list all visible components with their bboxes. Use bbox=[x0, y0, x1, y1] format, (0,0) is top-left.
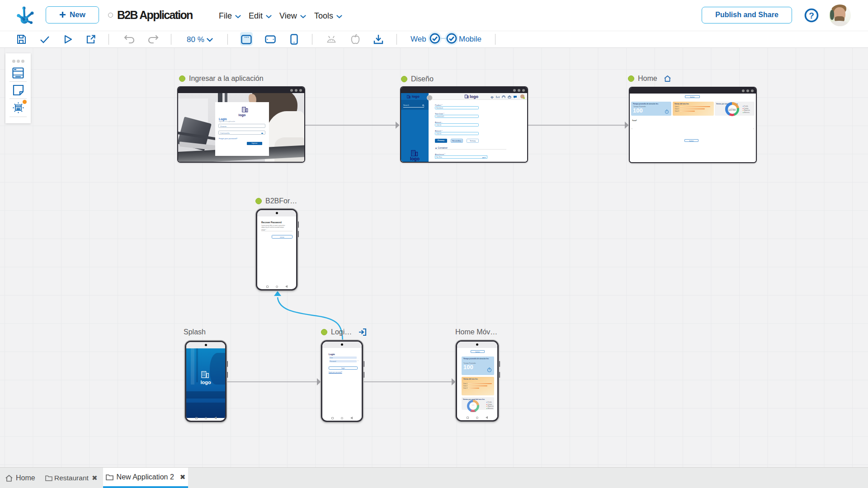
svg-text:?: ? bbox=[809, 11, 814, 20]
